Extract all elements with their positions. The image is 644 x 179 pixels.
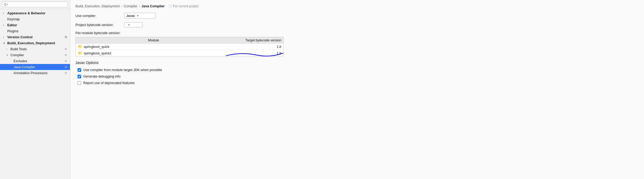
use-compiler-row: Use compiler: Javac ▾ xyxy=(75,13,639,19)
chevron-down-icon-2: ▾ xyxy=(128,23,130,26)
per-module-label: Per-module bytecode version: xyxy=(75,31,639,35)
checkbox-label-generate-debug: Generate debugging info xyxy=(83,74,120,78)
sidebar-item-version-control[interactable]: ›Version Control⧉ xyxy=(0,34,70,40)
module-name: springboot_quick2 xyxy=(84,51,111,55)
sidebar-item-label: Java Compiler xyxy=(14,65,35,69)
sidebar-item-label: Keymap xyxy=(7,17,20,21)
checkbox-use-compiler-module[interactable] xyxy=(78,68,81,72)
sidebar-item-label: Build, Execution, Deployment xyxy=(7,41,55,45)
chevron-down-icon: ▾ xyxy=(137,14,138,17)
copy-icon: ⧉ xyxy=(65,59,67,63)
folder-icon: 📁 xyxy=(78,51,82,55)
chevron-icon: › xyxy=(6,48,9,50)
use-compiler-label: Use compiler: xyxy=(75,14,122,18)
chevron-icon: ∨ xyxy=(3,42,6,44)
sidebar-item-build-execution[interactable]: ∨Build, Execution, Deployment xyxy=(0,40,70,46)
page-icon: 📄 xyxy=(168,4,172,8)
sidebar-item-java-compiler[interactable]: Java Compiler⧉ xyxy=(0,64,70,70)
sidebar-item-annotation-processors[interactable]: Annotation Processors⧉ xyxy=(0,70,70,76)
folder-icon: 📁 xyxy=(78,44,82,49)
for-current-project: 📄 For current project xyxy=(168,4,199,8)
breadcrumb-sep-2: › xyxy=(139,4,140,8)
checkbox-row-use-compiler-module: Use compiler from module target JDK when… xyxy=(78,68,639,72)
project-bytecode-label: Project bytecode version: xyxy=(75,23,122,27)
breadcrumb-part-1: Build, Execution, Deployment xyxy=(75,4,120,8)
chevron-icon: › xyxy=(3,36,6,39)
checkbox-report-deprecated[interactable] xyxy=(78,81,81,85)
table-row: 📁springboot_quick21.8 xyxy=(76,50,283,56)
breadcrumb-part-2: Compiler xyxy=(124,4,137,8)
checkbox-generate-debug[interactable] xyxy=(78,75,81,78)
sidebar-item-label: Compiler xyxy=(10,53,24,57)
checkboxes-container: Use compiler from module target JDK when… xyxy=(75,68,639,87)
use-compiler-select[interactable]: Javac ▾ xyxy=(124,13,156,19)
sidebar-item-label: Appearance & Behavior xyxy=(7,11,46,15)
chevron-icon: › xyxy=(3,12,6,15)
copy-icon: ⧉ xyxy=(65,53,67,57)
search-bar[interactable] xyxy=(0,0,70,9)
sidebar-item-label: Annotation Processors xyxy=(14,71,48,75)
copy-icon: ⧉ xyxy=(65,71,67,75)
sidebar-item-excludes[interactable]: Excludes⧉ xyxy=(0,58,70,64)
nav-tree: ›Appearance & BehaviorKeymap›EditorPlugi… xyxy=(0,9,70,179)
project-bytecode-row: Project bytecode version: ▾ xyxy=(75,22,639,27)
sidebar-item-appearance[interactable]: ›Appearance & Behavior xyxy=(0,10,70,16)
javac-options-title: Javac Options xyxy=(75,61,639,65)
sidebar-item-label: Version Control xyxy=(7,35,33,39)
project-bytecode-select[interactable]: ▾ xyxy=(124,22,143,27)
chevron-icon: ∨ xyxy=(6,54,9,56)
sidebar-item-label: Plugins xyxy=(7,29,18,33)
sidebar-item-plugins[interactable]: Plugins xyxy=(0,28,70,34)
sidebar-item-label: Excludes xyxy=(14,59,27,63)
breadcrumb-part-3: Java Compiler xyxy=(142,4,165,8)
copy-icon: ⧉ xyxy=(65,35,67,39)
bytecode-table: Module Target bytecode version 📁springbo… xyxy=(75,37,284,56)
sidebar-item-keymap[interactable]: Keymap xyxy=(0,16,70,22)
sidebar-item-label: Build Tools xyxy=(10,47,27,51)
breadcrumb-sep-1: › xyxy=(121,4,122,8)
table-body: 📁springboot_quick1.8📁springboot_quick21.… xyxy=(76,43,283,56)
table-row: 📁springboot_quick1.8 xyxy=(76,43,283,50)
copy-icon: ⧉ xyxy=(65,65,67,69)
sidebar: ›Appearance & BehaviorKeymap›EditorPlugi… xyxy=(0,0,70,179)
module-cell: 📁springboot_quick2 xyxy=(78,51,229,55)
sidebar-item-build-tools[interactable]: ›Build Tools⧉ xyxy=(0,46,70,52)
col-target: Target bytecode version xyxy=(229,38,281,42)
table-header: Module Target bytecode version xyxy=(76,37,283,43)
sidebar-item-editor[interactable]: ›Editor xyxy=(0,22,70,28)
checkbox-label-report-deprecated: Report use of deprecated features xyxy=(83,81,135,85)
checkbox-row-generate-debug: Generate debugging info xyxy=(78,74,639,78)
checkbox-label-use-compiler-module: Use compiler from module target JDK when… xyxy=(83,68,162,72)
sidebar-item-compiler[interactable]: ∨Compiler⧉ xyxy=(0,52,70,58)
breadcrumb: Build, Execution, Deployment › Compiler … xyxy=(75,4,639,8)
checkbox-row-report-deprecated: Report use of deprecated features xyxy=(78,81,639,85)
use-compiler-value: Javac xyxy=(126,14,135,18)
module-cell: 📁springboot_quick xyxy=(78,44,229,49)
version-cell: 1.8 xyxy=(229,51,281,55)
sidebar-item-label: Editor xyxy=(7,23,17,27)
main-content: Build, Execution, Deployment › Compiler … xyxy=(70,0,644,179)
col-module: Module xyxy=(78,38,229,42)
search-input[interactable] xyxy=(2,2,68,7)
module-name: springboot_quick xyxy=(84,45,109,49)
copy-icon: ⧉ xyxy=(65,47,67,51)
chevron-icon: › xyxy=(3,24,6,27)
version-cell: 1.8 xyxy=(229,45,281,49)
